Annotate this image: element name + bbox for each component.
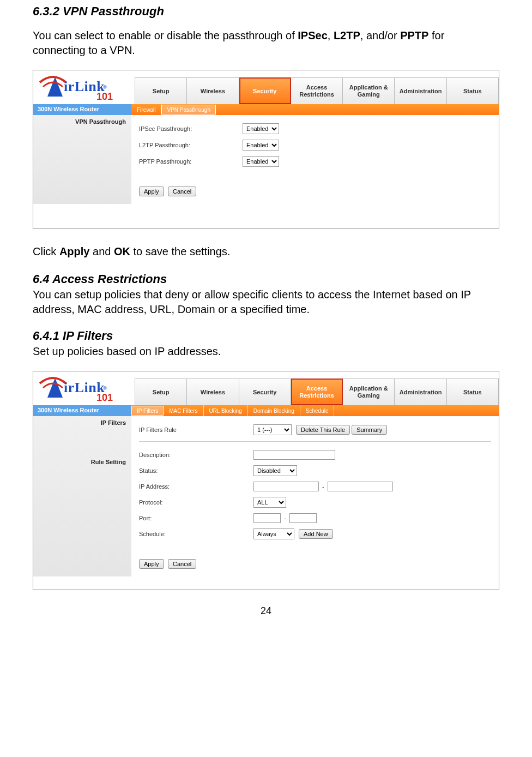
summary-button[interactable]: Summary (352, 425, 387, 435)
text: and (89, 245, 113, 257)
label-l2tp-passthrough: L2TP Passthrough: (139, 142, 243, 148)
select-ipsec-passthrough[interactable]: Enabled (243, 123, 279, 134)
label-ip-address: IP Address: (139, 483, 253, 490)
subtab-mac-filters[interactable]: MAC Filters (164, 405, 203, 416)
bold-pptp: PPTP (400, 29, 428, 41)
bold-ok: OK (114, 245, 130, 257)
tab-administration[interactable]: Administration (395, 77, 446, 104)
tab-wireless[interactable]: Wireless (187, 77, 239, 104)
input-description[interactable] (253, 450, 335, 460)
tab-administration[interactable]: Administration (395, 378, 446, 405)
subtab-vpn-passthrough[interactable]: VPN Passthrough (161, 105, 216, 115)
para-641: Set up policies based on IP addresses. (33, 344, 499, 359)
text: , (328, 29, 334, 41)
section-rule-setting: Rule Setting (33, 459, 126, 465)
tab-status[interactable]: Status (447, 378, 499, 405)
text: Click (33, 245, 59, 257)
text: You can select to enable or disable the … (33, 29, 298, 41)
select-status[interactable]: Disabled (253, 465, 297, 476)
select-schedule[interactable]: Always (253, 528, 294, 539)
screenshot-vpn-passthrough: irLink ® 101 Setup Wireless Security Acc… (33, 70, 499, 229)
para-64: You can setup policies that deny or allo… (33, 287, 499, 317)
subtab-ip-filters[interactable]: IP Filters (131, 406, 164, 416)
page-number: 24 (33, 605, 499, 617)
subtab-firewall[interactable]: Firewall (131, 104, 161, 115)
tab-application-gaming[interactable]: Application & Gaming (343, 77, 395, 104)
label-description: Description: (139, 452, 253, 458)
tab-wireless[interactable]: Wireless (187, 378, 239, 405)
input-port-from[interactable] (253, 513, 281, 523)
tab-application-gaming[interactable]: Application & Gaming (343, 378, 395, 405)
label-schedule: Schedule: (139, 531, 253, 537)
bold-apply: Apply (59, 245, 90, 257)
delete-rule-button[interactable]: Delete This Rule (296, 425, 350, 435)
select-ip-filters-rule[interactable]: 1 (---) (253, 424, 292, 435)
logo-airlink101: irLink ® 101 (33, 371, 135, 405)
subtab-domain-blocking[interactable]: Domain Blocking (248, 405, 300, 416)
section-ip-filters: IP Filters (33, 419, 126, 426)
dash: - (281, 515, 289, 521)
tab-status[interactable]: Status (447, 77, 499, 104)
tab-access-restrictions[interactable]: Access Restrictions (291, 378, 343, 405)
input-port-to[interactable] (289, 513, 317, 523)
tab-security[interactable]: Security (239, 77, 291, 104)
svg-text:101: 101 (96, 392, 113, 403)
subtab-url-blocking[interactable]: URL Blocking (204, 405, 248, 416)
heading-64: 6.4 Access Restrictions (33, 272, 499, 286)
apply-button[interactable]: Apply (139, 187, 164, 196)
input-ip-from[interactable] (253, 482, 319, 491)
para-click-apply: Click Apply and OK to save the settings. (33, 244, 499, 259)
bold-l2tp: L2TP (334, 29, 360, 41)
dash: - (319, 483, 328, 490)
section-vpn-passthrough: VPN Passthrough (33, 118, 126, 125)
cancel-button[interactable]: Cancel (168, 187, 196, 196)
label-status: Status: (139, 467, 253, 474)
bold-ipsec: IPSec (298, 29, 327, 41)
label-ipsec-passthrough: IPSec Passthrough: (139, 125, 243, 132)
add-new-button[interactable]: Add New (299, 529, 333, 539)
screenshot-ip-filters: irLink ® 101 Setup Wireless Security Acc… (33, 371, 499, 590)
router-model-label: 300N Wireless Router (33, 104, 131, 115)
select-protocol[interactable]: ALL (253, 497, 286, 508)
cancel-button[interactable]: Cancel (168, 559, 196, 569)
tab-setup[interactable]: Setup (135, 378, 187, 405)
router-model-label: 300N Wireless Router (33, 405, 131, 416)
subtab-schedule[interactable]: Schedule (300, 405, 335, 416)
input-ip-to[interactable] (328, 482, 393, 491)
svg-text:101: 101 (96, 91, 113, 102)
heading-641: 6.4.1 IP Filters (33, 329, 499, 343)
select-l2tp-passthrough[interactable]: Enabled (243, 140, 279, 151)
divider (139, 441, 491, 442)
tab-security[interactable]: Security (239, 378, 291, 405)
text: to save the settings. (130, 245, 230, 257)
text: , and/or (360, 29, 400, 41)
tab-access-restrictions[interactable]: Access Restrictions (291, 77, 343, 104)
label-protocol: Protocol: (139, 499, 253, 506)
heading-632: 6.3.2 VPN Passthrough (33, 4, 499, 19)
para-632: You can select to enable or disable the … (33, 28, 499, 58)
svg-text:®: ® (103, 386, 107, 391)
label-ip-filters-rule: IP Filters Rule (139, 426, 253, 433)
label-pptp-passthrough: PPTP Passthrough: (139, 158, 243, 165)
label-port: Port: (139, 515, 253, 521)
select-pptp-passthrough[interactable]: Enabled (243, 156, 279, 167)
tab-setup[interactable]: Setup (135, 77, 187, 104)
logo-airlink101: irLink ® 101 (33, 70, 135, 104)
svg-text:®: ® (103, 85, 107, 90)
apply-button[interactable]: Apply (139, 559, 164, 569)
